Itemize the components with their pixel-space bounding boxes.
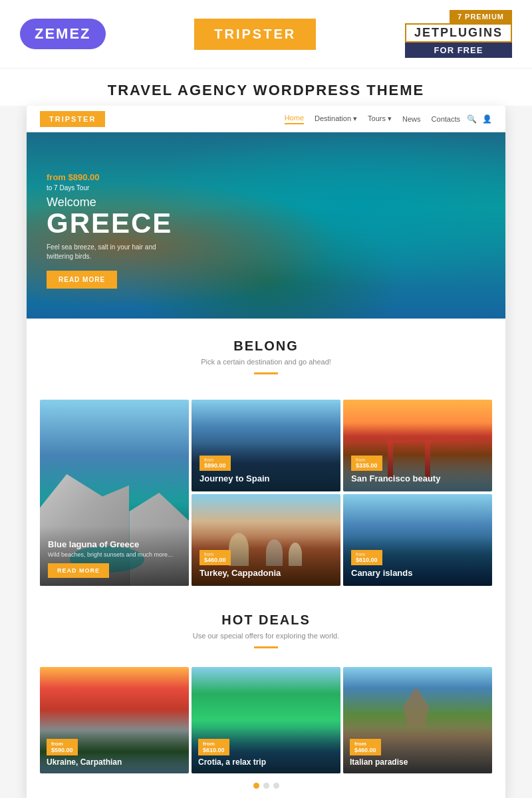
tripster-header-label: TRIPSTER xyxy=(214,27,296,42)
user-icon[interactable]: 👤 xyxy=(482,114,492,124)
deal-price-italy: from $460.00 xyxy=(350,739,381,755)
deals-grid: from $590.00 Ukraine, Carpathian from $6… xyxy=(40,667,492,773)
hero-price: from $890.00 to 7 Days Tour xyxy=(47,172,172,192)
preview-container: TRIPSTER Home Destination ▾ Tours ▾ News… xyxy=(27,106,505,798)
hero-content: from $890.00 to 7 Days Tour Welcome GREE… xyxy=(47,172,172,289)
page-title: TRAVEL AGENCY WORDPRESS THEME xyxy=(0,82,532,99)
dest-overlay-canary: from $610.00 Canary islands xyxy=(343,537,492,586)
deal-overlay-ukraine: from $590.00 Ukraine, Carpathian xyxy=(40,728,189,773)
dest-name-sf: San Francisco beauty xyxy=(351,473,484,483)
hero-city: GREECE xyxy=(47,209,172,237)
hot-deals-divider xyxy=(254,646,278,648)
dest-price-canary: from $610.00 xyxy=(351,550,382,565)
dest-overlay-turkey: from $460.00 Turkey, Cappadonia xyxy=(192,537,340,586)
dest-price-turkey: from $460.00 xyxy=(200,550,231,565)
belong-divider xyxy=(254,372,278,374)
dest-card-turkey[interactable]: from $460.00 Turkey, Cappadonia xyxy=(192,494,340,586)
inner-nav-logo: TRIPSTER xyxy=(40,111,105,127)
hot-deals-subtitle: Use our special offers for exploring the… xyxy=(40,632,492,640)
deal-price-ukraine: from $590.00 xyxy=(47,739,78,755)
zemez-logo[interactable]: ZEMEZ xyxy=(20,19,106,49)
dest-card-sf[interactable]: from $335.00 San Francisco beauty xyxy=(343,400,492,491)
deal-name-italy: Italian paradise xyxy=(350,757,485,767)
inner-nav-links: Home Destination ▾ Tours ▾ News Contacts xyxy=(285,114,460,124)
dest-desc-blue-lagoon: Wild beaches, bright sunsets and much mo… xyxy=(48,551,181,558)
nav-link-destination[interactable]: Destination ▾ xyxy=(315,114,357,123)
dest-cta-blue-lagoon[interactable]: Read More xyxy=(48,563,109,578)
dest-name-canary: Canary islands xyxy=(351,568,484,578)
search-icon[interactable]: 🔍 xyxy=(467,114,477,124)
dest-overlay-spain: from $890.00 Journey to Spain xyxy=(192,442,340,491)
nav-link-tours[interactable]: Tours ▾ xyxy=(368,114,392,123)
jetplugins-bottom-label: FOR FREE xyxy=(405,43,512,58)
deal-card-croatia[interactable]: from $610.00 Crotia, a relax trip xyxy=(192,667,340,773)
hot-deals-title: HOT DEALS xyxy=(40,612,492,628)
carousel-dot-3[interactable] xyxy=(273,783,279,789)
nav-icons: 🔍 👤 xyxy=(467,114,492,124)
dest-price-sf: from $335.00 xyxy=(351,456,382,471)
page-title-section: TRAVEL AGENCY WORDPRESS THEME xyxy=(0,68,532,106)
hero-price-sub: to 7 Days Tour xyxy=(47,184,89,192)
belong-section: BELONG Pick a certain destination and go… xyxy=(27,319,505,400)
deal-card-ukraine[interactable]: from $590.00 Ukraine, Carpathian xyxy=(40,667,189,773)
carousel-dot-2[interactable] xyxy=(263,783,269,789)
dest-name-turkey: Turkey, Cappadonia xyxy=(200,568,332,578)
zemez-label: ZEMEZ xyxy=(35,25,91,43)
deal-name-croatia: Crotia, a relax trip xyxy=(198,757,334,767)
belong-subtitle: Pick a certain destination and go ahead! xyxy=(40,358,492,366)
top-bar: ZEMEZ TRIPSTER 7 PREMIUM JETPLUGINS FOR … xyxy=(0,0,532,68)
jetplugins-badge: 7 PREMIUM JETPLUGINS FOR FREE xyxy=(405,10,512,58)
belong-title: BELONG xyxy=(40,338,492,354)
inner-nav: TRIPSTER Home Destination ▾ Tours ▾ News… xyxy=(27,106,505,132)
dest-card-canary[interactable]: from $610.00 Canary islands xyxy=(343,494,492,586)
hero-section: from $890.00 to 7 Days Tour Welcome GREE… xyxy=(27,132,505,319)
dest-card-blue-lagoon[interactable]: Blue laguna of Greece Wild beaches, brig… xyxy=(40,400,189,586)
jetplugins-top-label: 7 PREMIUM xyxy=(450,10,512,23)
hero-description: Feel sea breeze, salt in your hair and t… xyxy=(47,243,166,261)
deal-price-croatia: from $610.00 xyxy=(198,739,229,755)
carousel-dot-1[interactable] xyxy=(253,783,259,789)
dest-card-spain[interactable]: from $890.00 Journey to Spain xyxy=(192,400,340,491)
hero-cta-button[interactable]: Read More xyxy=(47,271,117,289)
nav-link-contacts[interactable]: Contacts xyxy=(432,115,460,123)
deal-name-ukraine: Ukraine, Carpathian xyxy=(47,757,182,767)
deal-overlay-croatia: from $610.00 Crotia, a relax trip xyxy=(192,728,340,773)
dest-overlay-blue-lagoon: Blue laguna of Greece Wild beaches, brig… xyxy=(40,526,189,586)
jetplugins-middle-label: JETPLUGINS xyxy=(405,23,512,43)
dest-price-spain: from $890.00 xyxy=(200,456,231,471)
dest-name-blue-lagoon: Blue laguna of Greece xyxy=(48,539,181,549)
deal-card-italy[interactable]: from $460.00 Italian paradise xyxy=(343,667,492,773)
nav-link-news[interactable]: News xyxy=(402,115,421,123)
hot-deals-section: HOT DEALS Use our special offers for exp… xyxy=(27,599,505,667)
tripster-header-badge: TRIPSTER xyxy=(194,19,316,50)
destinations-grid: Blue laguna of Greece Wild beaches, brig… xyxy=(40,400,492,586)
dest-name-spain: Journey to Spain xyxy=(200,473,332,483)
carousel-dots xyxy=(27,773,505,798)
nav-link-home[interactable]: Home xyxy=(285,114,304,124)
dest-overlay-sf: from $335.00 San Francisco beauty xyxy=(343,442,492,491)
deal-overlay-italy: from $460.00 Italian paradise xyxy=(343,728,492,773)
